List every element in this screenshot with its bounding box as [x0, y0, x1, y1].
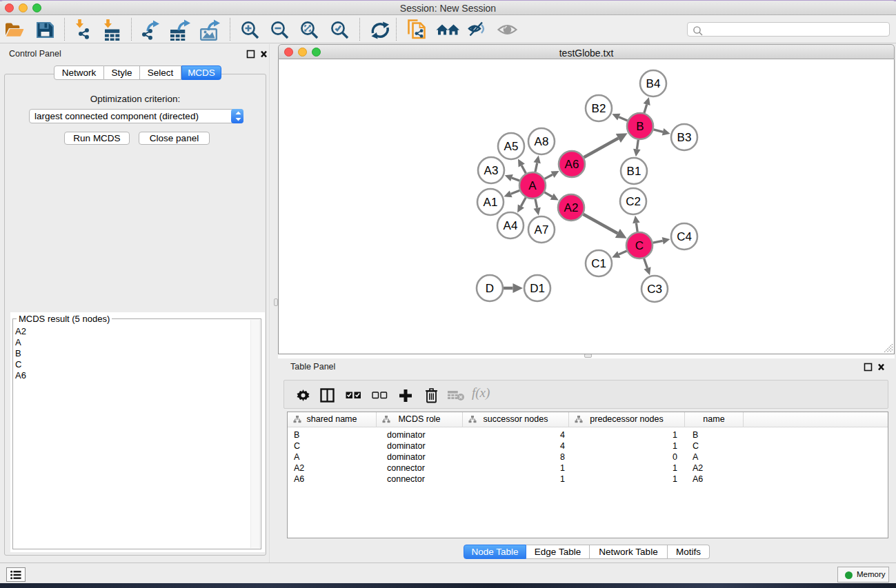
svg-text:A: A	[528, 179, 537, 192]
svg-text:C3: C3	[647, 283, 662, 296]
svg-text:A4: A4	[504, 219, 518, 232]
svg-text:C4: C4	[677, 230, 692, 243]
svg-text:C1: C1	[591, 257, 606, 270]
svg-text:A5: A5	[504, 140, 519, 153]
svg-text:B4: B4	[646, 77, 661, 90]
svg-text:B: B	[636, 120, 644, 133]
svg-text:B2: B2	[592, 102, 606, 115]
svg-text:A8: A8	[535, 135, 549, 148]
svg-text:A2: A2	[564, 201, 579, 214]
svg-text:A3: A3	[484, 164, 499, 177]
svg-text:B3: B3	[677, 131, 692, 144]
svg-text:D1: D1	[530, 282, 545, 295]
svg-text:D: D	[486, 282, 494, 295]
svg-text:A7: A7	[535, 223, 549, 236]
svg-text:A1: A1	[484, 196, 498, 209]
svg-text:C2: C2	[626, 195, 641, 208]
svg-text:B1: B1	[627, 165, 641, 178]
svg-text:C: C	[635, 239, 644, 252]
svg-text:A6: A6	[565, 158, 579, 171]
